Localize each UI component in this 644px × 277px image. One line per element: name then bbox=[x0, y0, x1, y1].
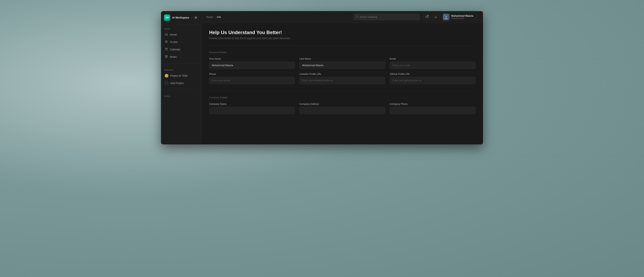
add-project-label: Add Project bbox=[170, 82, 184, 85]
user-info: Muhammad Maavia Premium user bbox=[451, 15, 474, 20]
company-details-grid: Company Name Company Address Company Pho… bbox=[209, 103, 476, 114]
page-content: Help Us Understand You Better! Provide a… bbox=[202, 23, 483, 144]
notifications-button[interactable] bbox=[432, 14, 439, 20]
sidebar-item-home[interactable]: Home bbox=[163, 31, 199, 38]
page-title: Help Us Understand You Better! bbox=[209, 30, 476, 35]
linkedin-input[interactable] bbox=[300, 77, 385, 84]
svg-point-4 bbox=[166, 41, 167, 42]
topbar-actions: Muhammad Maavia Premium user ⌄ bbox=[424, 13, 478, 21]
company-details-heading: Company Details bbox=[209, 96, 476, 99]
menu-section: MENU Home To-dos bbox=[161, 24, 202, 62]
sidebar-item-calendar[interactable]: Calendar bbox=[163, 46, 199, 53]
phone-input[interactable] bbox=[209, 77, 295, 84]
workspace-logo: AW bbox=[164, 15, 170, 21]
menu-section-label: MENU bbox=[163, 28, 199, 30]
sidebar-item-notes[interactable]: Notes bbox=[163, 53, 199, 60]
company-address-input[interactable] bbox=[300, 107, 385, 114]
svg-rect-5 bbox=[165, 48, 168, 50]
svg-rect-1 bbox=[196, 17, 197, 18]
first-name-label: First Name bbox=[209, 57, 295, 60]
company-phone-label: Company Phone bbox=[390, 103, 476, 105]
search-icon bbox=[356, 15, 358, 19]
search-input-wrap bbox=[353, 14, 420, 20]
search-input[interactable] bbox=[360, 16, 418, 18]
project-ai-todo-label: Project AI Todo bbox=[170, 74, 188, 77]
sidebar: AW AI Workspace ⌄ MENU Hom bbox=[161, 11, 202, 144]
user-role: Premium user bbox=[451, 17, 474, 20]
company-name-label: Company Name bbox=[209, 103, 295, 105]
email-section: EMAIL bbox=[161, 92, 202, 100]
github-group: GitHub Profile URL bbox=[390, 73, 476, 84]
todos-icon bbox=[165, 40, 168, 44]
user-chevron-icon: ⌄ bbox=[475, 16, 477, 18]
company-phone-group: Company Phone bbox=[390, 103, 476, 114]
first-name-group: First Name bbox=[209, 57, 295, 69]
email-group: Email bbox=[390, 57, 476, 69]
sidebar-header: AW AI Workspace ⌄ bbox=[161, 11, 202, 24]
home-label: Home bbox=[170, 33, 177, 36]
project-section-label: PROJECT bbox=[163, 69, 199, 71]
github-input[interactable] bbox=[390, 77, 476, 84]
breadcrumb-separator: • bbox=[214, 16, 215, 18]
avatar bbox=[443, 14, 450, 20]
sidebar-item-project-ai-todo[interactable]: Project AI Todo bbox=[163, 72, 199, 79]
home-icon bbox=[165, 33, 168, 37]
email-input[interactable] bbox=[390, 62, 476, 69]
topbar: Home • Info bbox=[202, 11, 483, 23]
linkedin-group: LinkedIn Profile URL bbox=[300, 73, 385, 84]
svg-point-3 bbox=[165, 41, 168, 43]
workspace-info[interactable]: AW AI Workspace ⌄ bbox=[164, 15, 193, 21]
calendar-icon bbox=[165, 48, 168, 51]
breadcrumb: Home • Info bbox=[206, 16, 221, 19]
page-subtitle: Provide a few details to help the AI org… bbox=[209, 37, 476, 40]
company-address-label: Company Address bbox=[300, 103, 385, 105]
svg-point-18 bbox=[445, 16, 447, 18]
company-phone-input[interactable] bbox=[390, 107, 476, 114]
calendar-label: Calendar bbox=[170, 48, 180, 51]
workspace-chevron-icon: ⌄ bbox=[191, 16, 193, 19]
add-project-icon: + bbox=[165, 81, 168, 85]
sidebar-item-add-project[interactable]: + Add Project bbox=[163, 80, 199, 87]
search-bar bbox=[353, 14, 420, 20]
phone-group: Phone bbox=[209, 73, 295, 84]
first-name-input[interactable] bbox=[209, 62, 295, 69]
last-name-input[interactable] bbox=[300, 62, 385, 69]
avatar-image bbox=[443, 14, 450, 20]
linkedin-label: LinkedIn Profile URL bbox=[300, 73, 385, 75]
company-address-group: Company Address bbox=[300, 103, 385, 114]
svg-rect-15 bbox=[426, 16, 428, 18]
messages-notification-dot bbox=[428, 15, 428, 16]
messages-button[interactable] bbox=[424, 14, 430, 20]
project-section: PROJECT Project AI Todo + Add Project bbox=[161, 65, 202, 89]
svg-rect-2 bbox=[196, 18, 197, 19]
email-section-label: EMAIL bbox=[163, 95, 199, 97]
workspace-name: AI Workspace bbox=[172, 16, 189, 19]
svg-rect-0 bbox=[195, 17, 196, 19]
svg-line-14 bbox=[357, 17, 358, 18]
notes-label: Notes bbox=[170, 55, 177, 58]
breadcrumb-home[interactable]: Home bbox=[206, 16, 213, 19]
github-label: GitHub Profile URL bbox=[390, 73, 476, 75]
phone-label: Phone bbox=[209, 73, 295, 75]
email-label: Email bbox=[390, 57, 476, 60]
project-dot-icon bbox=[165, 74, 168, 78]
last-name-label: Last Name bbox=[300, 57, 385, 60]
todos-label: To-dos bbox=[170, 41, 178, 44]
app-window: AW AI Workspace ⌄ MENU Hom bbox=[161, 11, 483, 144]
personal-details-heading: Personal Details bbox=[209, 51, 476, 54]
svg-point-19 bbox=[444, 18, 448, 20]
last-name-group: Last Name bbox=[300, 57, 385, 69]
user-profile[interactable]: Muhammad Maavia Premium user ⌄ bbox=[441, 13, 478, 21]
personal-section-divider bbox=[209, 46, 476, 46]
company-name-group: Company Name bbox=[209, 103, 295, 114]
sidebar-item-todos[interactable]: To-dos bbox=[163, 39, 199, 46]
user-name: Muhammad Maavia bbox=[451, 15, 474, 17]
notes-icon bbox=[165, 55, 168, 59]
main-area: Home • Info bbox=[202, 11, 483, 144]
breadcrumb-current: Info bbox=[217, 16, 221, 19]
company-name-input[interactable] bbox=[209, 107, 295, 114]
sidebar-toggle-button[interactable] bbox=[194, 15, 198, 20]
personal-details-grid: First Name Last Name Email Phone LinkedI bbox=[209, 57, 476, 84]
